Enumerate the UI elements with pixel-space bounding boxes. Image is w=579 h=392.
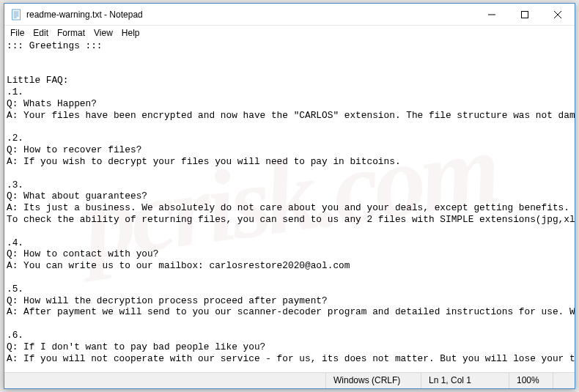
titlebar: readme-warning.txt - Notepad	[4, 4, 575, 26]
maximize-button[interactable]	[508, 4, 541, 25]
menu-help[interactable]: Help	[117, 27, 144, 39]
status-cursor-pos: Ln 1, Col 1	[421, 373, 509, 388]
menu-file[interactable]: File	[6, 27, 29, 39]
svg-rect-7	[521, 11, 528, 18]
menu-edit[interactable]: Edit	[29, 27, 53, 39]
status-spacer	[4, 373, 325, 388]
text-editor-area[interactable]: ::: Greetings ::: Little FAQ: .1. Q: Wha…	[4, 40, 575, 372]
notepad-icon	[10, 9, 22, 21]
window-controls	[475, 4, 575, 25]
close-button[interactable]	[541, 4, 575, 25]
minimize-button[interactable]	[475, 4, 508, 25]
status-encoding	[553, 373, 575, 388]
statusbar: Windows (CRLF) Ln 1, Col 1 100%	[4, 372, 575, 388]
notepad-window: readme-warning.txt - Notepad File Edit F…	[4, 3, 575, 389]
menubar: File Edit Format View Help	[4, 26, 575, 40]
menu-view[interactable]: View	[89, 27, 117, 39]
status-line-ending: Windows (CRLF)	[325, 373, 421, 388]
menu-format[interactable]: Format	[53, 27, 89, 39]
status-zoom: 100%	[509, 373, 553, 388]
window-title: readme-warning.txt - Notepad	[26, 10, 475, 20]
